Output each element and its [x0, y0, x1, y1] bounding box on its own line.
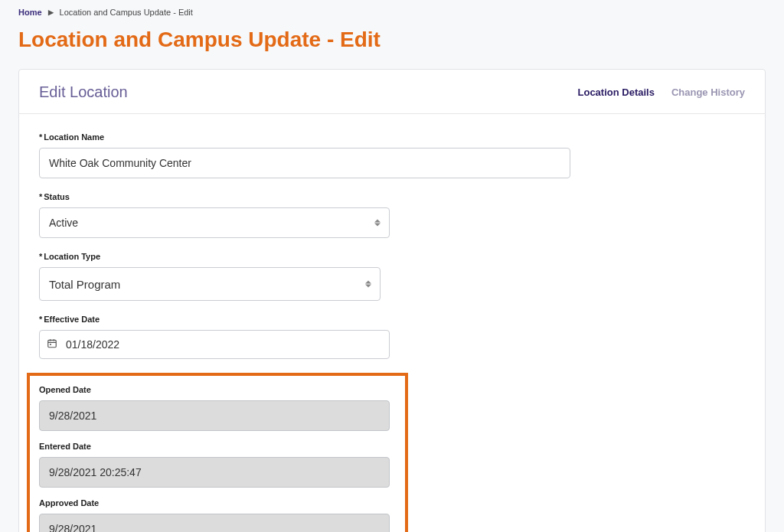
card-tabs: Location Details Change History — [578, 86, 746, 98]
highlighted-readonly-fields: Opened Date 9/28/2021 Entered Date 9/28/… — [27, 373, 408, 532]
card-title: Edit Location — [39, 83, 128, 101]
field-location-type: *Location Type Total Program — [39, 252, 575, 301]
field-entered-date: Entered Date 9/28/2021 20:25:47 — [39, 442, 396, 488]
field-approved-date: Approved Date 9/28/2021 — [39, 498, 396, 532]
tab-location-details[interactable]: Location Details — [578, 86, 655, 98]
select-status[interactable]: Active — [39, 207, 390, 238]
label-effective-date: *Effective Date — [39, 315, 575, 324]
page-title: Location and Campus Update - Edit — [18, 28, 766, 52]
label-location-name: *Location Name — [39, 132, 575, 142]
label-location-type: *Location Type — [39, 252, 575, 261]
breadcrumb: Home ▶ Location and Campus Update - Edit — [18, 8, 766, 17]
readonly-opened-date: 9/28/2021 — [39, 400, 390, 431]
label-status: *Status — [39, 192, 575, 201]
label-entered-date: Entered Date — [39, 442, 396, 451]
label-approved-date: Approved Date — [39, 498, 396, 508]
label-opened-date: Opened Date — [39, 385, 396, 394]
tab-change-history[interactable]: Change History — [671, 86, 745, 98]
field-status: *Status Active — [39, 192, 575, 238]
field-location-name: *Location Name — [39, 132, 575, 178]
breadcrumb-home-link[interactable]: Home — [18, 8, 42, 17]
input-effective-date[interactable] — [39, 330, 390, 359]
readonly-approved-date: 9/28/2021 — [39, 514, 390, 532]
edit-location-card: Edit Location Location Details Change Hi… — [18, 69, 766, 532]
field-opened-date: Opened Date 9/28/2021 — [39, 385, 396, 431]
chevron-right-icon: ▶ — [48, 8, 54, 16]
card-header: Edit Location Location Details Change Hi… — [19, 70, 765, 114]
select-location-type[interactable]: Total Program — [39, 267, 381, 301]
readonly-entered-date: 9/28/2021 20:25:47 — [39, 457, 390, 488]
breadcrumb-current: Location and Campus Update - Edit — [60, 8, 193, 17]
input-location-name[interactable] — [39, 148, 570, 178]
field-effective-date: *Effective Date — [39, 315, 575, 359]
card-body: *Location Name *Status Active — [19, 114, 765, 532]
